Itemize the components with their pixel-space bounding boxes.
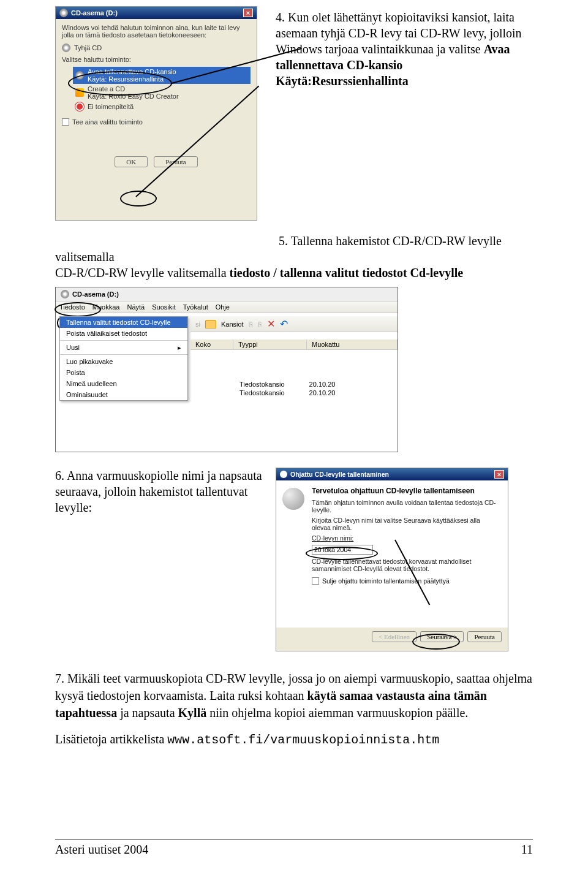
- page-footer: Asteri uutiset 2004 11: [55, 840, 533, 857]
- file-list: Tiedostokansio 20.10.20 Tiedostokansio 2…: [239, 379, 335, 398]
- folder-icon: [205, 320, 216, 328]
- no-action-icon: [75, 102, 84, 111]
- step7-text-c: niin ohjelma kopioi aiemman varmuuskopio…: [209, 706, 468, 719]
- more-info-text: Lisätietoja artikkelista: [55, 732, 167, 746]
- more-info-url: www.atsoft.fi/varmuuskopioinnista.htm: [167, 733, 439, 747]
- dialog-intro: Windows voi tehdä halutun toiminnon aina…: [62, 24, 251, 39]
- file-type: Tiedostokansio: [239, 381, 285, 388]
- undo-icon[interactable]: ↶: [280, 318, 288, 330]
- wizard-title: Ohjattu CD-levylle tallentaminen: [290, 471, 389, 478]
- close-icon[interactable]: ×: [494, 470, 504, 479]
- checkbox-label: Tee aina valittu toiminto: [72, 118, 143, 126]
- ok-button[interactable]: OK: [115, 156, 148, 167]
- step7-paragraph: 7. Mikäli teet varmuuskopiota CD-RW levy…: [55, 670, 533, 721]
- annotation-ellipse-tiedosto: [55, 302, 101, 317]
- wizard-icon: [280, 471, 287, 478]
- cd-icon: [62, 44, 70, 52]
- menu-ohje[interactable]: Ohje: [216, 303, 230, 311]
- radio-tyhja-cd[interactable]: Tyhjä CD: [62, 44, 251, 52]
- menu-suosikit[interactable]: Suosikit: [152, 303, 176, 311]
- action-label: Ei toimenpiteitä: [88, 103, 134, 110]
- tiedosto-dropdown: Tallenna valitut tiedostot CD-levylle Po…: [59, 316, 188, 401]
- step7-number: 7.: [55, 672, 64, 685]
- annotation-ellipse-next: [412, 634, 460, 650]
- action-none[interactable]: Ei toimenpiteitä: [73, 101, 251, 112]
- wizard-heading: Tervetuloa ohjattuun CD-levylle tallenta…: [312, 487, 500, 495]
- col-muokattu[interactable]: Muokattu: [307, 339, 398, 349]
- explorer-window: CD-asema (D:) Tiedosto Muokkaa Näytä Suo…: [55, 287, 398, 452]
- file-type: Tiedostokansio: [239, 389, 285, 396]
- toolbar: si Kansiot ⎘ ⎘ ✕ ↶: [190, 316, 398, 332]
- step4-number: 4.: [276, 10, 285, 24]
- annotation-ellipse-name: [306, 547, 378, 560]
- cd-wizard-dialog: Ohjattu CD-levylle tallentaminen × Terve…: [276, 468, 508, 651]
- dd-poista-temp[interactable]: Poista väliaikaiset tiedostot: [60, 328, 187, 339]
- cancel-button[interactable]: Peruuta: [154, 156, 198, 167]
- dialog-titlebar: CD-asema (D:) ×: [56, 7, 257, 19]
- step5-paragraph: 5. Tallenna hakemistot CD-R/CD-RW levyll…: [55, 233, 533, 281]
- col-koko[interactable]: Koko: [190, 339, 233, 349]
- step5-bold: tiedosto / tallenna valitut tiedostot Cd…: [230, 266, 464, 279]
- step5-number: 5.: [279, 234, 288, 248]
- cd-icon: [59, 9, 68, 17]
- more-info-line: Lisätietoja artikkelista www.atsoft.fi/v…: [55, 732, 533, 747]
- file-row[interactable]: Tiedostokansio 20.10.20: [239, 389, 335, 396]
- cd-name-label: CD-levyn nimi:: [312, 534, 500, 542]
- address-text: CD-asema (D:): [72, 290, 119, 298]
- close-icon[interactable]: ×: [243, 9, 253, 17]
- menu-nayta[interactable]: Näytä: [127, 303, 145, 311]
- step7-text-b: ja napsauta: [120, 706, 178, 719]
- kansiot-button[interactable]: Kansiot: [221, 321, 244, 328]
- step6-paragraph: 6. Anna varmuuskopiolle nimi ja napsauta…: [55, 468, 263, 651]
- cd-graphic-icon: [282, 488, 304, 510]
- checkbox-icon: [62, 118, 69, 126]
- wizard-titlebar: Ohjattu CD-levylle tallentaminen ×: [276, 468, 508, 480]
- menubar: Tiedosto Muokkaa Näytä Suosikit Työkalut…: [56, 302, 398, 313]
- prompt-label: Valitse haluttu toiminto:: [62, 56, 251, 63]
- file-date: 20.10.20: [309, 381, 336, 388]
- tool-icon: ⎘: [249, 321, 253, 328]
- delete-icon[interactable]: ✕: [267, 318, 275, 330]
- step6-number: 6.: [55, 469, 64, 482]
- cancel-button[interactable]: Peruuta: [467, 631, 502, 642]
- wizard-p2: Kirjoita CD-levyn nimi tai valitse Seura…: [312, 517, 500, 531]
- back-icon: si: [195, 321, 200, 328]
- annotation-ellipse: [68, 71, 172, 96]
- checkbox-label: Sulje ohjattu toiminto tallentamisen pää…: [322, 577, 450, 585]
- dd-luo-pikakuvake[interactable]: Luo pikakuvake: [60, 356, 187, 367]
- footer-right: 11: [521, 843, 533, 857]
- back-button: < Edellinen: [372, 631, 417, 642]
- col-tyyppi[interactable]: Tyyppi: [233, 339, 307, 349]
- step4-bold2: Käytä:Resurssienhallinta: [276, 74, 409, 88]
- step6-text: Anna varmuuskopiolle nimi ja napsauta se…: [55, 469, 262, 514]
- address-bar: CD-asema (D:): [56, 287, 398, 302]
- dd-ominaisuudet[interactable]: Ominaisuudet: [60, 389, 187, 400]
- file-date: 20.10.20: [309, 389, 336, 396]
- close-wizard-checkbox[interactable]: Sulje ohjattu toiminto tallentamisen pää…: [312, 577, 500, 585]
- step4-paragraph: 4. Kun olet lähettänyt kopioitaviksi kan…: [276, 6, 533, 221]
- radio-label: Tyhjä CD: [74, 44, 102, 51]
- dd-uusi[interactable]: Uusi: [60, 342, 187, 353]
- dialog-title: CD-asema (D:): [71, 9, 118, 17]
- column-headers: Koko Tyyppi Muokattu: [190, 339, 398, 350]
- dd-tallenna-cd[interactable]: Tallenna valitut tiedostot CD-levylle: [60, 317, 187, 328]
- footer-left: Asteri uutiset 2004: [55, 843, 148, 857]
- checkbox-icon: [312, 577, 319, 585]
- dd-poista[interactable]: Poista: [60, 367, 187, 378]
- cd-icon: [61, 290, 69, 298]
- wizard-p1: Tämän ohjatun toiminnon avulla voidaan t…: [312, 499, 500, 514]
- file-row[interactable]: Tiedostokansio 20.10.20: [239, 381, 335, 388]
- step7-bold-b: Kyllä: [178, 706, 207, 719]
- menu-tyokalut[interactable]: Työkalut: [183, 303, 208, 311]
- tool-icon: ⎘: [258, 321, 262, 328]
- dd-nimea[interactable]: Nimeä uudelleen: [60, 378, 187, 389]
